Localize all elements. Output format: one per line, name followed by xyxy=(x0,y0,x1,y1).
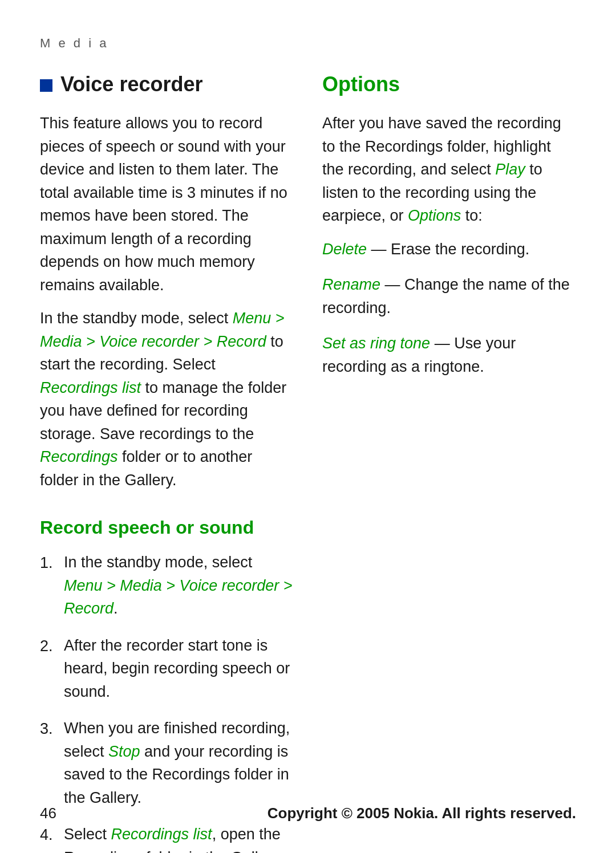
options-link: Options xyxy=(408,207,461,224)
voice-recorder-title: Voice recorder xyxy=(40,70,294,99)
recordings-link: Recordings xyxy=(40,448,118,465)
step-2-num: 2. xyxy=(40,634,56,658)
step-3-num: 3. xyxy=(40,717,56,741)
option-rename: Rename — Change the name of the recordin… xyxy=(322,273,576,319)
standby-paragraph: In the standby mode, select Menu > Media… xyxy=(40,307,294,492)
recordings-list-link: Recordings list xyxy=(40,379,141,396)
step-1-num: 1. xyxy=(40,551,56,575)
recordings-list-link-2: Recordings list xyxy=(111,826,212,843)
record-speech-title: Record speech or sound xyxy=(40,514,294,541)
options-intro: After you have saved the recording to th… xyxy=(322,112,576,228)
page-label: M e d i a xyxy=(40,34,576,52)
stop-link: Stop xyxy=(108,743,140,760)
intro-paragraph: This feature allows you to record pieces… xyxy=(40,112,294,296)
option-ringtone: Set as ring tone — Use your recording as… xyxy=(322,332,576,378)
delete-link: Delete xyxy=(322,241,367,258)
play-link: Play xyxy=(495,161,525,178)
step-4-num: 4. xyxy=(40,823,56,847)
right-column: Options After you have saved the recordi… xyxy=(322,70,576,853)
copyright-text: Copyright © 2005 Nokia. All rights reser… xyxy=(268,803,576,824)
two-col-layout: Voice recorder This feature allows you t… xyxy=(40,70,576,853)
rename-link: Rename xyxy=(322,276,380,293)
page-footer: 46 Copyright © 2005 Nokia. All rights re… xyxy=(40,803,576,824)
step-4-text: Select Recordings list, open the Recordi… xyxy=(64,823,294,853)
step-2: 2. After the recorder start tone is hear… xyxy=(40,634,294,704)
media-voice-link: Media > Voice recorder > Record xyxy=(40,333,266,350)
menu-link: Menu > xyxy=(233,310,285,327)
ringtone-link: Set as ring tone xyxy=(322,335,430,352)
blue-square-icon xyxy=(40,79,52,92)
option-delete: Delete — Erase the recording. xyxy=(322,238,576,261)
step-4: 4. Select Recordings list, open the Reco… xyxy=(40,823,294,853)
step-1-text: In the standby mode, select Menu > Media… xyxy=(64,551,294,620)
step-1: 1. In the standby mode, select Menu > Me… xyxy=(40,551,294,620)
step-2-text: After the recorder start tone is heard, … xyxy=(64,634,294,704)
step-3-text: When you are finished recording, select … xyxy=(64,717,294,809)
left-column: Voice recorder This feature allows you t… xyxy=(40,70,294,853)
step-3: 3. When you are finished recording, sele… xyxy=(40,717,294,809)
options-title: Options xyxy=(322,70,576,99)
page-number: 46 xyxy=(40,803,56,824)
page-container: M e d i a Voice recorder This feature al… xyxy=(0,0,616,853)
step-1-link: Menu > Media > Voice recorder > Record xyxy=(64,577,292,618)
